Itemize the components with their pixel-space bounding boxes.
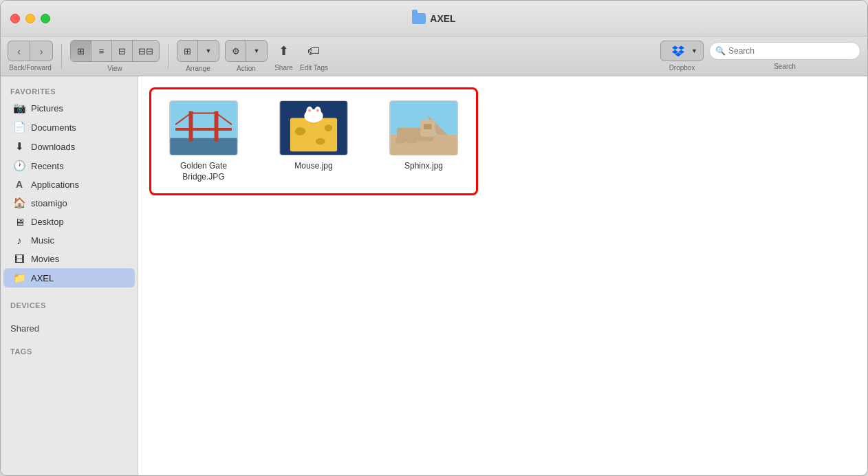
edit-tags-button[interactable]: 🏷	[302, 41, 325, 61]
arrange-btn[interactable]: ⊞	[177, 41, 198, 61]
desktop-icon: 🖥	[13, 216, 25, 228]
sidebar-item-recents[interactable]: 🕐 Recents	[3, 156, 135, 175]
traffic-lights	[10, 14, 50, 23]
arrange-group: ⊞ ▼ Arrange	[177, 40, 219, 72]
file-name-golden-gate: Golden GateBridge.JPG	[180, 161, 227, 182]
maximize-button[interactable]	[41, 14, 50, 23]
file-thumb-sphinx	[389, 100, 458, 155]
file-thumb-golden-gate	[169, 100, 238, 155]
view-group: ⊞ ≡ ⊟ ⊟⊟ View	[70, 40, 160, 72]
separator-2	[168, 44, 169, 69]
sidebar-item-movies-label: Movies	[31, 254, 59, 264]
arrange-btn-group: ⊞ ▼	[177, 40, 219, 62]
music-icon: ♪	[13, 235, 25, 246]
dropbox-btn-row: ▼	[660, 41, 704, 61]
svg-rect-1	[170, 138, 237, 155]
dropbox-group: ▼ Dropbox	[660, 41, 704, 72]
sidebar-item-documents-label: Documents	[31, 122, 76, 133]
search-bar[interactable]: 🔍	[709, 42, 860, 60]
sidebar-item-music[interactable]: ♪ Music	[3, 231, 135, 250]
minimize-button[interactable]	[25, 14, 35, 23]
file-thumb-mouse	[279, 100, 348, 155]
axel-folder-icon: 📁	[13, 272, 25, 284]
share-label: Share	[274, 64, 293, 72]
view-label: View	[107, 65, 122, 72]
sidebar-item-movies[interactable]: 🎞 Movies	[3, 250, 135, 268]
svg-point-16	[308, 109, 311, 112]
share-button[interactable]: ⬆	[273, 41, 294, 61]
sidebar-item-axel[interactable]: 📁 AXEL	[3, 268, 135, 288]
action-label: Action	[237, 65, 256, 72]
search-group: 🔍 Search	[709, 42, 860, 70]
pictures-icon: 📷	[13, 102, 25, 114]
forward-button[interactable]: ›	[30, 41, 52, 61]
sidebar-item-stoamigo[interactable]: 🏠 stoamigo	[3, 193, 135, 213]
applications-icon: A	[13, 179, 25, 190]
search-label: Search	[774, 63, 796, 70]
svg-rect-23	[424, 124, 432, 129]
shared-label: Shared	[1, 318, 138, 336]
downloads-icon: ⬇	[13, 140, 25, 153]
sidebar-item-desktop-label: Desktop	[31, 217, 64, 227]
svg-rect-3	[215, 111, 219, 142]
search-icon: 🔍	[715, 46, 726, 56]
sidebar: Favorites 📷 Pictures 📄 Documents ⬇ Downl…	[1, 76, 138, 475]
share-group: ⬆ Share	[273, 41, 294, 72]
view-gallery-btn[interactable]: ⊟⊟	[133, 41, 159, 61]
sidebar-item-desktop[interactable]: 🖥 Desktop	[3, 213, 135, 231]
sidebar-item-stoamigo-label: stoamigo	[31, 198, 67, 208]
svg-rect-24	[395, 138, 406, 144]
svg-rect-0	[170, 101, 237, 138]
svg-rect-25	[407, 138, 417, 144]
svg-point-12	[325, 125, 333, 131]
file-item-mouse[interactable]: Mouse.jpg	[272, 100, 355, 172]
sidebar-item-pictures[interactable]: 📷 Pictures	[3, 98, 135, 118]
action-btn[interactable]: ⚙	[226, 41, 246, 61]
title-text: AXEL	[430, 13, 455, 24]
file-name-mouse: Mouse.jpg	[294, 161, 332, 172]
sidebar-item-music-label: Music	[31, 235, 54, 246]
view-icon-btn[interactable]: ⊞	[71, 41, 91, 61]
golden-gate-thumbnail	[170, 101, 237, 155]
stoamigo-icon: 🏠	[13, 197, 25, 209]
nav-btn-group: ‹ ›	[8, 41, 53, 61]
svg-point-17	[316, 109, 319, 112]
view-btn-group: ⊞ ≡ ⊟ ⊟⊟	[70, 40, 160, 62]
view-column-btn[interactable]: ⊟	[112, 41, 133, 61]
devices-label: Devices	[1, 296, 138, 312]
sphinx-thumbnail	[390, 101, 457, 155]
favorites-label: Favorites	[1, 82, 138, 98]
sidebar-item-documents[interactable]: 📄 Documents	[3, 118, 135, 137]
edit-tags-group: 🏷 Edit Tags	[300, 41, 328, 72]
svg-rect-2	[189, 111, 193, 142]
main-content: Favorites 📷 Pictures 📄 Documents ⬇ Downl…	[1, 76, 867, 475]
arrange-dropdown-btn[interactable]: ▼	[198, 41, 219, 61]
action-group: ⚙ ▼ Action	[225, 40, 268, 72]
toolbar: ‹ › Back/Forward ⊞ ≡ ⊟ ⊟⊟ View ⊞ ▼ Arran…	[1, 36, 867, 76]
window-title: AXEL	[412, 13, 455, 24]
tags-label: Tags	[1, 342, 138, 358]
nav-label: Back/Forward	[9, 64, 52, 72]
back-button[interactable]: ‹	[8, 41, 30, 61]
view-list-btn[interactable]: ≡	[91, 41, 112, 61]
file-item-golden-gate[interactable]: Golden GateBridge.JPG	[162, 100, 245, 182]
search-input[interactable]	[728, 46, 854, 56]
action-dropdown-btn[interactable]: ▼	[246, 41, 267, 61]
sidebar-item-downloads[interactable]: ⬇ Downloads	[3, 137, 135, 156]
svg-rect-7	[175, 128, 232, 131]
share-icon: ⬆	[279, 43, 289, 58]
sidebar-item-recents-label: Recents	[31, 161, 64, 171]
svg-rect-9	[290, 118, 337, 151]
dropbox-dropdown-arrow[interactable]: ▼	[691, 47, 697, 54]
dropbox-icon	[672, 45, 684, 57]
mouse-thumbnail	[280, 101, 347, 155]
nav-group: ‹ › Back/Forward	[8, 41, 53, 72]
sidebar-item-applications[interactable]: A Applications	[3, 175, 135, 193]
separator-1	[61, 44, 62, 69]
dropbox-button[interactable]	[666, 41, 690, 61]
file-item-sphinx[interactable]: Sphinx.jpg	[382, 100, 465, 172]
titlebar: AXEL	[1, 1, 867, 36]
movies-icon: 🎞	[13, 253, 25, 265]
close-button[interactable]	[10, 14, 20, 23]
sidebar-item-pictures-label: Pictures	[31, 103, 63, 113]
